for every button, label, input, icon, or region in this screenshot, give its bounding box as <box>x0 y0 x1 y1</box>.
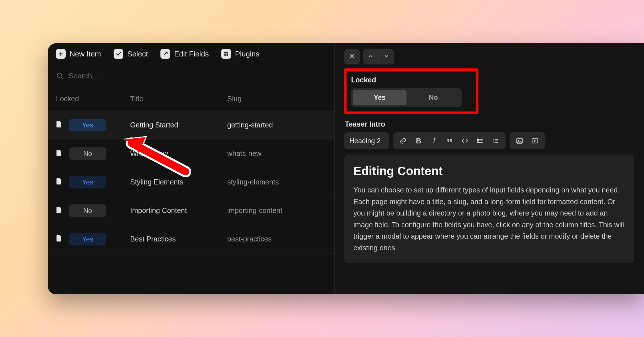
col-locked[interactable]: Locked <box>56 95 130 103</box>
locked-cell: Yes <box>56 233 130 245</box>
title-cell: What's New <box>130 149 227 158</box>
table-body: YesGetting Startedgetting-startedNoWhat'… <box>48 111 334 253</box>
detail-toolbar <box>335 43 644 70</box>
table-row[interactable]: YesGetting Startedgetting-started <box>48 111 334 139</box>
locked-no-button[interactable]: No <box>406 90 460 105</box>
edit-fields-label: Edit Fields <box>174 50 209 58</box>
locked-cell: Yes <box>56 176 130 188</box>
title-cell: Getting Started <box>130 121 227 129</box>
plus-icon <box>56 49 66 59</box>
edit-fields-button[interactable]: Edit Fields <box>160 49 209 59</box>
numbered-list-icon[interactable]: 123 <box>489 134 502 147</box>
svg-point-12 <box>518 140 519 141</box>
fields: Locked Yes No Teaser Intro Heading 2 B I <box>335 70 644 263</box>
plugins-icon <box>221 49 231 59</box>
svg-point-1 <box>226 52 228 54</box>
chevron-up-icon <box>368 53 374 60</box>
link-icon[interactable] <box>397 134 410 147</box>
app-window: New Item Select Edit Fields <box>48 43 644 294</box>
svg-point-3 <box>226 54 228 56</box>
next-button[interactable] <box>379 49 394 64</box>
code-icon[interactable] <box>458 134 471 147</box>
file-icon <box>56 206 62 215</box>
search-input[interactable] <box>69 72 326 80</box>
new-item-label: New Item <box>70 50 101 58</box>
search-bar <box>48 65 334 87</box>
locked-cell: No <box>56 204 130 217</box>
file-icon <box>56 178 62 187</box>
search-icon <box>56 72 63 80</box>
svg-point-2 <box>224 54 226 56</box>
arrow-out-icon <box>160 49 170 59</box>
content-heading: Editing Content <box>353 164 625 178</box>
table-row[interactable]: NoWhat's Newwhats-new <box>48 139 334 168</box>
checkbox-icon <box>114 49 123 59</box>
file-icon <box>56 235 62 244</box>
heading-dropdown[interactable]: Heading 2 <box>344 132 389 149</box>
title-cell: Best Practices <box>130 235 227 243</box>
slug-cell: best-practices <box>227 235 326 243</box>
slug-cell: getting-started <box>227 121 326 129</box>
svg-point-7 <box>478 142 478 143</box>
col-slug[interactable]: Slug <box>227 95 326 103</box>
detail-pane: Locked Yes No Teaser Intro Heading 2 B I <box>335 43 644 294</box>
file-icon <box>56 121 62 130</box>
table-row[interactable]: YesStyling Elementsstyling-elements <box>48 168 334 196</box>
locked-badge: No <box>69 147 106 160</box>
highlight-locked-field: Locked Yes No <box>344 68 478 114</box>
table-header: Locked Title Slug <box>48 87 334 111</box>
bold-icon[interactable]: B <box>412 134 425 147</box>
file-icon <box>56 149 62 158</box>
locked-cell: No <box>56 147 130 160</box>
plugins-label: Plugins <box>235 50 259 58</box>
editor-content[interactable]: Editing Content You can choose to set up… <box>344 155 634 263</box>
quote-icon[interactable] <box>443 134 456 147</box>
close-button[interactable] <box>344 49 360 64</box>
locked-badge: Yes <box>69 119 106 131</box>
heading-dropdown-label: Heading 2 <box>349 137 381 145</box>
locked-badge: Yes <box>69 233 106 245</box>
list-pane: New Item Select Edit Fields <box>48 43 335 294</box>
svg-point-6 <box>478 140 478 141</box>
locked-cell: Yes <box>56 119 130 131</box>
col-title[interactable]: Title <box>130 95 227 103</box>
table-row[interactable]: YesBest Practicesbest-practices <box>48 225 334 253</box>
locked-field-label: Locked <box>351 76 472 84</box>
teaser-intro-label: Teaser Intro <box>345 120 634 128</box>
video-icon[interactable] <box>528 134 542 147</box>
plugins-button[interactable]: Plugins <box>221 49 259 59</box>
svg-point-5 <box>478 139 478 140</box>
editor-toolbar: Heading 2 B I 123 <box>344 132 634 149</box>
chevron-down-icon <box>384 53 389 60</box>
italic-icon[interactable]: I <box>427 134 440 147</box>
image-icon[interactable] <box>513 134 526 147</box>
prev-button[interactable] <box>363 49 379 64</box>
slug-cell: styling-elements <box>227 178 326 186</box>
format-group: B I 123 <box>393 132 506 149</box>
title-cell: Importing Content <box>130 206 227 215</box>
locked-yes-button[interactable]: Yes <box>353 90 406 105</box>
new-item-button[interactable]: New Item <box>56 49 101 59</box>
locked-badge: Yes <box>69 176 106 188</box>
slug-cell: whats-new <box>227 149 326 158</box>
svg-point-0 <box>224 52 226 54</box>
media-group <box>510 132 545 149</box>
list-toolbar: New Item Select Edit Fields <box>48 43 334 65</box>
slug-cell: importing-content <box>227 206 326 215</box>
svg-text:3: 3 <box>493 141 494 144</box>
close-icon <box>349 53 355 60</box>
table-row[interactable]: NoImporting Contentimporting-content <box>48 196 334 225</box>
locked-badge: No <box>69 204 106 217</box>
prev-next-group <box>363 49 394 64</box>
select-label: Select <box>127 50 148 58</box>
title-cell: Styling Elements <box>130 178 227 186</box>
content-body: You can choose to set up different types… <box>353 184 625 253</box>
locked-segment: Yes No <box>351 88 462 107</box>
select-button[interactable]: Select <box>114 49 148 59</box>
bullet-list-icon[interactable] <box>474 134 487 147</box>
